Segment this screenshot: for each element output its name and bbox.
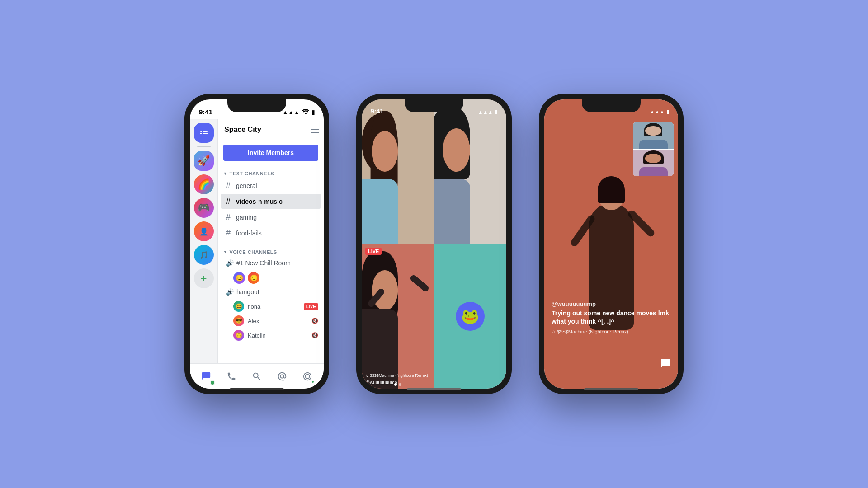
- katelin-avatar: 🙃: [233, 330, 244, 341]
- overlay-username: @wuuuuuuump: [552, 300, 671, 307]
- hash-icon-food: #: [226, 228, 233, 238]
- voice-channel-name-2: hangout: [236, 288, 259, 296]
- alex-left: 😎 Alex: [233, 315, 259, 326]
- server-icon-5[interactable]: 🎵: [194, 245, 214, 265]
- voice-user-alex: 😎 Alex 🔇: [218, 314, 324, 328]
- phone3-background: ▲▲▲ ▮: [544, 99, 678, 389]
- pip-person-top: [633, 122, 674, 149]
- phone-notch-2: [405, 99, 463, 112]
- video-cell-bottomleft: LIVE @wuuuuuuump ♫ $$$$Machine (Nightcor…: [362, 244, 434, 389]
- channel-name-food: food-fails: [236, 230, 262, 237]
- pip-body-1: [639, 140, 668, 149]
- voice-avatar-1b: 🙂: [248, 272, 259, 284]
- hash-icon-gaming: #: [226, 212, 233, 222]
- video-cell-topright: [434, 99, 506, 244]
- battery-3: ▮: [666, 109, 669, 115]
- fiona-avatar: 😄: [233, 301, 244, 312]
- server-icon-4[interactable]: 👤: [194, 221, 214, 241]
- channel-name-general: general: [236, 182, 257, 189]
- section-arrow: ▼: [223, 171, 227, 176]
- avatar-face-1b: 🙂: [250, 274, 258, 282]
- frog-emoji: 🐸: [461, 308, 479, 325]
- alex-name: Alex: [248, 318, 259, 324]
- bottom-dots: [394, 383, 401, 386]
- pip-person-bottom: [633, 150, 674, 176]
- video-cell-topleft: [362, 99, 434, 244]
- phone-3: ▲▲▲ ▮: [539, 94, 684, 394]
- alex-muted-icon: 🔇: [311, 318, 318, 324]
- channel-item-general[interactable]: # general: [221, 178, 321, 193]
- nav-search[interactable]: [247, 366, 267, 386]
- server-icon-2[interactable]: 🌈: [194, 174, 214, 194]
- dancer-hair: [598, 176, 625, 203]
- home-server-icon[interactable]: [194, 123, 214, 143]
- channel-name-gaming: gaming: [236, 214, 257, 221]
- signal-icon: ▲▲▲: [282, 109, 300, 116]
- battery-2: ▮: [495, 109, 497, 115]
- voice-section-arrow: ▼: [223, 250, 227, 254]
- person-topright: [434, 99, 506, 244]
- voice-channels-label: VOICE CHANNELS: [229, 249, 277, 255]
- fiona-left: 😄 fiona: [233, 301, 260, 312]
- katelin-avatar-face: 🙃: [233, 330, 244, 341]
- katelin-muted-icon: 🔇: [311, 332, 318, 338]
- katelin-name: Katelin: [248, 332, 266, 339]
- server-emoji-1: 🚀: [198, 155, 210, 167]
- plus-icon: +: [200, 272, 207, 285]
- server-icon-1[interactable]: 🚀: [194, 151, 214, 171]
- phone3-controls: [552, 358, 671, 371]
- dot-2: [399, 383, 401, 386]
- svg-rect-1: [200, 131, 202, 132]
- chat-button[interactable]: [660, 358, 671, 371]
- frog-avatar: 🐸: [456, 302, 485, 331]
- live-badge-cell: LIVE: [365, 248, 382, 255]
- nav-discover[interactable]: [297, 366, 317, 386]
- nav-phone[interactable]: [222, 366, 241, 386]
- fiona-live-badge: LIVE: [304, 303, 318, 310]
- signal-3: ▲▲▲: [650, 109, 665, 115]
- person-topleft: [362, 99, 434, 244]
- server-emoji-3: 🎮: [198, 202, 210, 214]
- overlay-caption: Trying out some new dance moves lmk what…: [552, 309, 671, 325]
- status-icons: ▲▲▲ ▮: [282, 109, 315, 116]
- pip-bottom-cell: [633, 149, 674, 176]
- voice-chill-avatars: 😊 🙂: [218, 270, 324, 286]
- katelin-left: 🙃 Katelin: [233, 330, 266, 341]
- voice-channel-hangout[interactable]: 🔊 hangout: [221, 286, 321, 298]
- text-channels-header: ▼ TEXT CHANNELS: [218, 165, 324, 178]
- voice-channel-chill[interactable]: 🔊 #1 New Chill Room: [221, 257, 321, 269]
- pip-top-cell: [633, 122, 674, 149]
- speaker-icon-2: 🔊: [226, 288, 234, 296]
- avatar-face-1a: 😊: [236, 274, 243, 282]
- svg-rect-7: [311, 132, 319, 133]
- phone-notch-3: [582, 99, 641, 112]
- nav-mention[interactable]: [272, 366, 292, 386]
- invite-members-button[interactable]: Invite Members: [223, 145, 318, 161]
- svg-rect-6: [311, 129, 319, 130]
- phone3-overlay-text: @wuuuuuuump Trying out some new dance mo…: [552, 300, 671, 334]
- voice-user-katelin: 🙃 Katelin 🔇: [218, 328, 324, 343]
- signal-2: ▲▲▲: [478, 109, 493, 115]
- add-server-button[interactable]: +: [194, 268, 214, 288]
- alex-avatar-face: 😎: [236, 318, 242, 324]
- channel-item-gaming[interactable]: # gaming: [221, 210, 321, 225]
- svg-rect-5: [311, 127, 319, 127]
- music-name: $$$$Machine (Nightcore Remix): [557, 329, 628, 334]
- server-icon-3[interactable]: 🎮: [194, 198, 214, 218]
- video-music-overlay: ♫ $$$$Machine (Nightcore Remix): [365, 373, 428, 378]
- server-name: Space City: [224, 126, 261, 134]
- speaker-icon-1: 🔊: [226, 259, 234, 267]
- time-2: 9:41: [371, 108, 383, 115]
- channel-item-food[interactable]: # food-fails: [221, 225, 321, 240]
- music-track-name: $$$$Machine (Nightcore Remix): [370, 373, 428, 378]
- hamburger-button[interactable]: [308, 123, 322, 138]
- video-username-overlay: @wuuuuuuump: [365, 380, 397, 385]
- pip-container: [633, 122, 674, 176]
- hash-icon-general: #: [226, 181, 233, 190]
- server-header: Space City ···: [218, 119, 324, 140]
- alex-avatar: 😎: [233, 315, 244, 326]
- channel-item-videos[interactable]: # videos-n-music: [221, 194, 321, 209]
- dancer-left-arm: [570, 214, 596, 248]
- person-bottomleft: [362, 244, 434, 389]
- home-indicator-1: [230, 388, 284, 390]
